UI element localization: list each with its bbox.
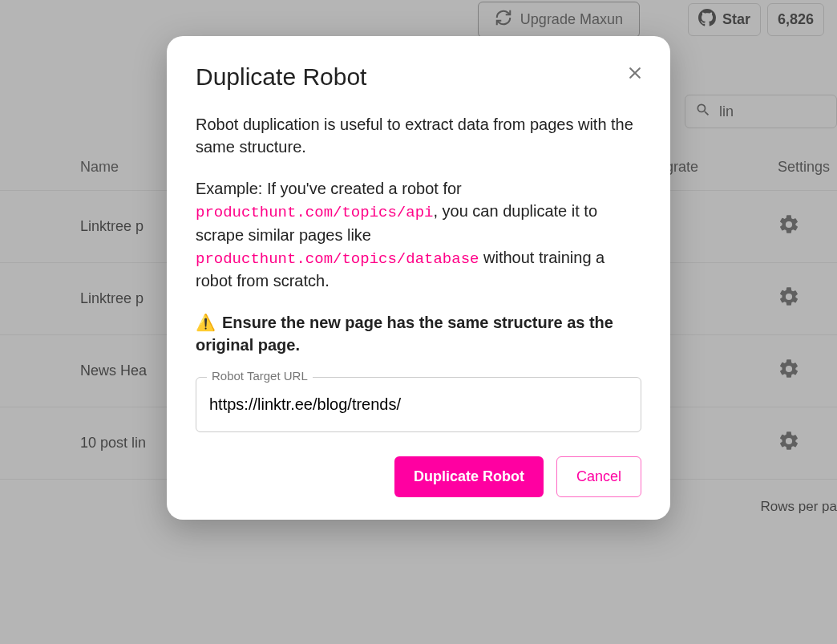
close-icon[interactable] — [627, 65, 646, 84]
cancel-button[interactable]: Cancel — [556, 456, 641, 497]
warning-icon: ⚠️ — [196, 314, 216, 331]
example-code-2: producthunt.com/topics/database — [196, 250, 479, 268]
robot-target-url-input[interactable] — [196, 377, 641, 432]
example-code-1: producthunt.com/topics/api — [196, 204, 433, 221]
modal-example: Example: If you've created a robot for p… — [196, 177, 641, 292]
modal-intro: Robot duplication is useful to extract d… — [196, 113, 641, 158]
warning-text: Ensure the new page has the same structu… — [196, 314, 613, 354]
modal-actions: Duplicate Robot Cancel — [196, 456, 641, 497]
duplicate-robot-modal: Duplicate Robot Robot duplication is use… — [167, 36, 670, 520]
duplicate-robot-button[interactable]: Duplicate Robot — [394, 456, 544, 497]
modal-title: Duplicate Robot — [196, 63, 641, 91]
url-input-label: Robot Target URL — [207, 369, 313, 383]
example-prefix: Example: If you've created a robot for — [196, 180, 462, 197]
url-input-wrap: Robot Target URL — [196, 377, 641, 432]
modal-warning: ⚠️Ensure the new page has the same struc… — [196, 311, 641, 356]
modal-overlay[interactable]: Duplicate Robot Robot duplication is use… — [0, 0, 837, 644]
modal-body: Robot duplication is useful to extract d… — [196, 113, 641, 356]
